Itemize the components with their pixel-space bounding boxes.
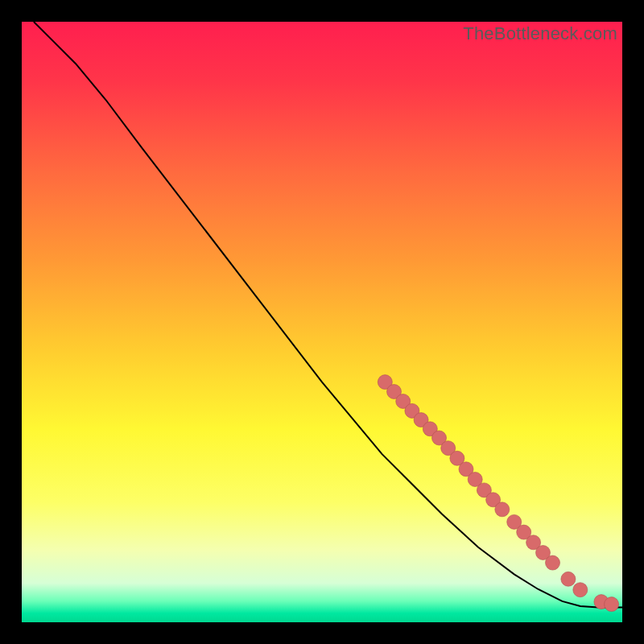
marker-point	[573, 583, 588, 597]
marker-point	[605, 597, 619, 612]
chart-frame: TheBottleneck.com	[22, 22, 622, 622]
chart-markers	[22, 22, 622, 622]
watermark-text: TheBottleneck.com	[463, 23, 617, 44]
marker-point	[546, 555, 560, 570]
marker-point	[495, 502, 510, 517]
marker-point	[561, 572, 576, 586]
